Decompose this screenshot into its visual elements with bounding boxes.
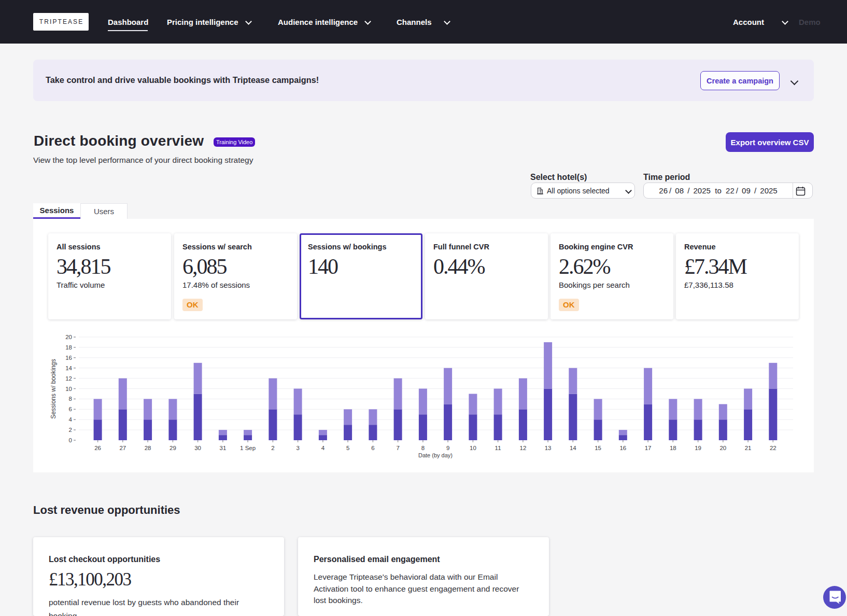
svg-text:15: 15 xyxy=(595,445,601,451)
svg-text:12: 12 xyxy=(520,445,527,451)
svg-text:18: 18 xyxy=(670,445,676,451)
svg-text:27: 27 xyxy=(119,445,126,451)
svg-text:9: 9 xyxy=(446,445,449,451)
svg-text:5: 5 xyxy=(346,445,349,451)
svg-text:20: 20 xyxy=(719,445,726,451)
svg-text:7: 7 xyxy=(396,445,399,451)
svg-text:4: 4 xyxy=(69,416,73,423)
svg-text:26: 26 xyxy=(94,445,101,451)
svg-text:3: 3 xyxy=(296,445,299,451)
svg-text:30: 30 xyxy=(194,445,201,451)
svg-text:16: 16 xyxy=(619,445,626,451)
svg-text:10: 10 xyxy=(65,386,72,392)
svg-text:Date (by day): Date (by day) xyxy=(418,452,453,458)
svg-text:0: 0 xyxy=(69,437,72,443)
svg-text:8: 8 xyxy=(421,445,425,451)
svg-text:10: 10 xyxy=(470,445,476,451)
svg-text:8: 8 xyxy=(69,396,72,402)
svg-text:14: 14 xyxy=(570,445,576,451)
svg-text:11: 11 xyxy=(495,445,501,451)
svg-text:21: 21 xyxy=(745,445,752,451)
svg-text:29: 29 xyxy=(170,445,176,451)
svg-text:2: 2 xyxy=(69,427,72,433)
svg-text:28: 28 xyxy=(145,445,151,451)
svg-text:12: 12 xyxy=(65,375,72,382)
svg-text:18: 18 xyxy=(65,344,72,351)
svg-text:19: 19 xyxy=(695,445,701,451)
svg-text:16: 16 xyxy=(65,355,72,361)
svg-text:14: 14 xyxy=(65,365,72,371)
svg-text:4: 4 xyxy=(321,445,325,451)
svg-text:17: 17 xyxy=(645,445,652,451)
svg-text:13: 13 xyxy=(545,445,552,451)
svg-text:Sessions w/ bookings: Sessions w/ bookings xyxy=(50,359,57,418)
svg-text:1 Sep: 1 Sep xyxy=(240,445,256,451)
svg-text:20: 20 xyxy=(65,334,72,340)
svg-text:6: 6 xyxy=(69,406,72,412)
svg-text:2: 2 xyxy=(271,445,274,451)
svg-text:6: 6 xyxy=(371,445,374,451)
svg-text:22: 22 xyxy=(770,445,777,451)
svg-text:31: 31 xyxy=(220,445,227,451)
